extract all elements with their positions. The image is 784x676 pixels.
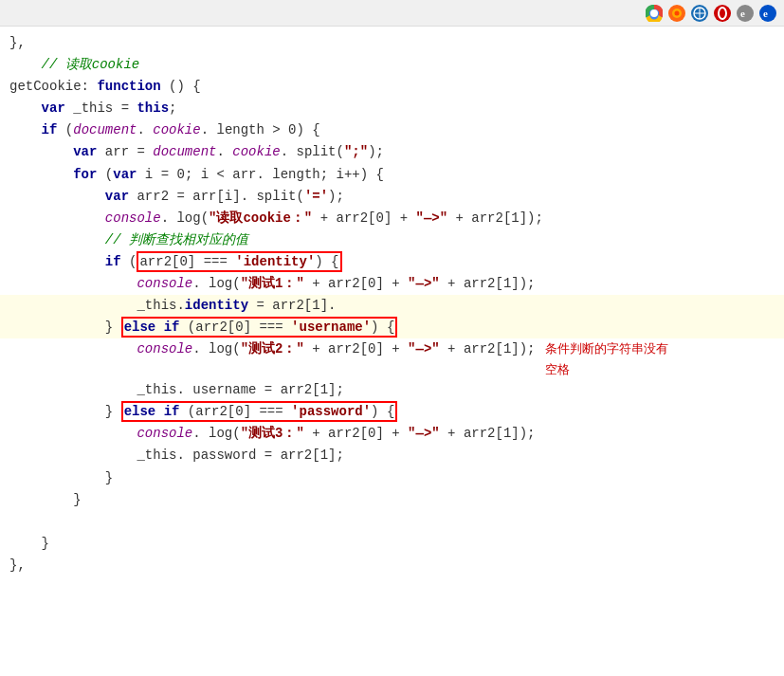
svg-point-12 — [737, 5, 754, 22]
ie-gray-icon: e — [737, 5, 754, 22]
chrome-icon — [646, 5, 663, 22]
svg-text:e: e — [763, 8, 768, 19]
line-console-log-1: console. log("读取cookie：" + arr2[0] + "—>… — [0, 208, 784, 229]
line-1: }, — [0, 32, 784, 54]
safari-icon — [691, 5, 708, 22]
line-var-this: var _this = this; — [0, 98, 784, 119]
line-var-arr2: var arr2 = arr[i]. split('='); — [0, 186, 784, 208]
line-comment-cookie: // 读取cookie — [0, 54, 784, 76]
line-if-cookie: if (document. cookie. length > 0) { — [0, 119, 784, 141]
ie-blue-icon: e — [759, 5, 776, 22]
line-blank — [0, 511, 784, 533]
svg-point-5 — [675, 10, 680, 15]
opera-icon — [714, 5, 731, 22]
line-getcookie: getCookie: function () { — [0, 76, 784, 98]
svg-text:e: e — [740, 8, 745, 19]
svg-point-14 — [759, 5, 776, 22]
line-console-test3: console. log("测试3：" + arr2[0] + "—>" + a… — [0, 423, 784, 445]
line-else-if-password: } else if (arr2[0] === 'password') { — [0, 401, 784, 423]
firefox-icon — [668, 5, 685, 22]
line-close-func: }, — [0, 555, 784, 576]
line-close-doc-if: } — [0, 533, 784, 555]
line-var-arr: var arr = document. cookie. split(";"); — [0, 141, 784, 163]
line-console-test1: console. log("测试1：" + arr2[0] + "—>" + a… — [0, 273, 784, 295]
line-if-identity: if (arr2[0] === 'identity') { — [0, 251, 784, 273]
line-password-assign: _this. password = arr2[1]; — [0, 445, 784, 466]
line-identity-assign: _this.identity = arr2[1]. — [0, 295, 784, 317]
code-area: }, // 读取cookie getCookie: function () { … — [0, 27, 784, 676]
line-for: for (var i = 0; i < arr. length; i++) { — [0, 164, 784, 186]
svg-point-2 — [651, 10, 657, 16]
top-bar: e e — [0, 0, 784, 27]
line-close-if: } — [0, 467, 784, 489]
line-else-if-username: } else if (arr2[0] === 'username') { — [0, 317, 784, 338]
browser-icons: e e — [646, 5, 776, 22]
line-username-assign: _this. username = arr2[1]; — [0, 379, 784, 401]
line-close-for: } — [0, 489, 784, 511]
annotation-no-space: 条件判断的字符串没有空格 — [545, 338, 668, 379]
line-console-test2: console. log("测试2：" + arr2[0] + "—>" + a… — [0, 338, 784, 379]
line-comment-find: // 判断查找相对应的值 — [0, 229, 784, 251]
